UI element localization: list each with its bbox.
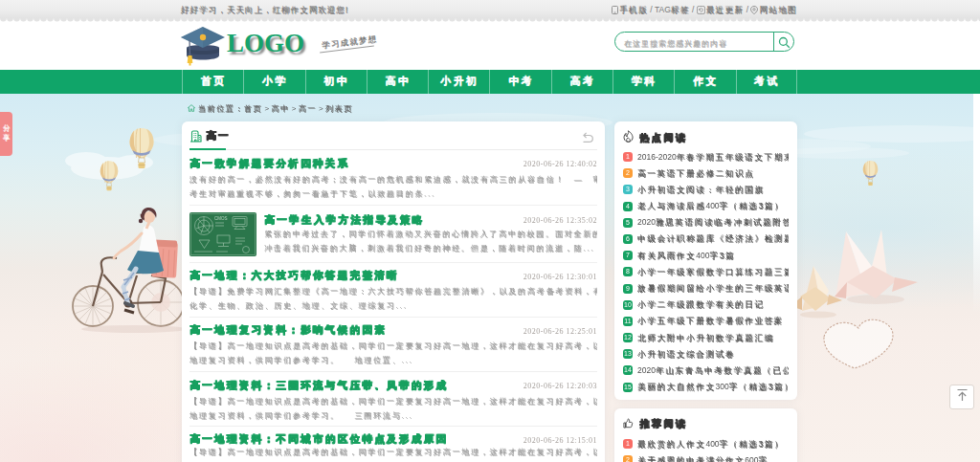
svg-text:CMOS: CMOS — [214, 216, 228, 221]
